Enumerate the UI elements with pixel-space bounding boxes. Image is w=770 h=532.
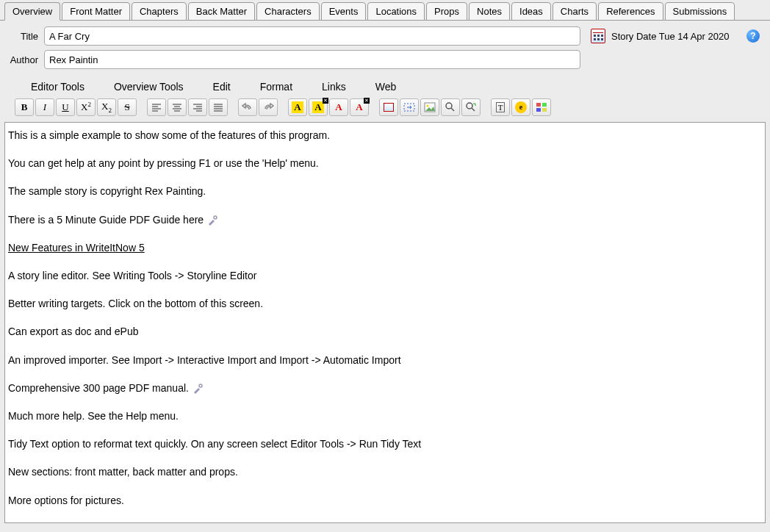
body-heading: New Features in WriteItNow 5 (8, 241, 762, 254)
svg-rect-23 (536, 103, 541, 107)
body-paragraph: Tidy Text option to reformat text quickl… (8, 437, 762, 450)
svg-point-27 (214, 216, 217, 219)
menu-edit[interactable]: Edit (213, 81, 231, 93)
tab-notes[interactable]: Notes (469, 2, 510, 21)
menu-format[interactable]: Format (260, 81, 292, 93)
redo-button[interactable] (259, 98, 278, 116)
tab-chapters[interactable]: Chapters (132, 2, 187, 21)
underline-button[interactable]: U (56, 98, 75, 116)
story-date-text: Story Date Tue 14 Apr 2020 (611, 31, 729, 42)
menu-overview-tools[interactable]: Overview Tools (114, 81, 184, 93)
color-palette-button[interactable] (532, 98, 551, 116)
clear-text-color-button[interactable]: A✕ (350, 98, 369, 116)
undo-button[interactable] (238, 98, 257, 116)
tools-icon (206, 215, 218, 226)
insert-date-button[interactable] (379, 98, 398, 116)
tab-bar: Overview Front Matter Chapters Back Matt… (0, 0, 770, 20)
body-paragraph: Chapter and scene summaries. Select a sc… (8, 522, 762, 523)
svg-rect-24 (542, 103, 547, 107)
help-icon[interactable]: ? (746, 29, 760, 43)
body-paragraph: This is a simple example to show some of… (8, 129, 762, 142)
body-paragraph: The sample story is copyright Rex Painti… (8, 184, 762, 198)
body-paragraph: An improved importer. See Import -> Inte… (8, 353, 762, 367)
body-paragraph: More options for pictures. (8, 494, 762, 507)
align-left-button[interactable] (147, 98, 166, 116)
tab-references[interactable]: References (598, 2, 663, 21)
title-input[interactable] (44, 26, 580, 46)
align-justify-button[interactable] (209, 98, 228, 116)
svg-point-19 (446, 103, 452, 109)
body-paragraph: A story line editor. See Writing Tools -… (8, 269, 762, 282)
highlight-button[interactable]: A (288, 98, 307, 116)
tab-characters[interactable]: Characters (256, 2, 320, 21)
body-paragraph: Can export as doc and ePub (8, 325, 762, 338)
tab-back-matter[interactable]: Back Matter (188, 2, 255, 21)
bold-button[interactable]: B (15, 98, 34, 116)
search-button[interactable] (441, 98, 460, 116)
tab-ideas[interactable]: Ideas (511, 2, 551, 21)
align-center-button[interactable] (168, 98, 187, 116)
title-label: Title (6, 31, 44, 42)
subscript-button[interactable]: X2 (97, 98, 116, 116)
body-paragraph: New sections: front matter, back matter … (8, 465, 762, 478)
svg-rect-26 (542, 108, 547, 112)
author-input[interactable] (44, 50, 580, 69)
author-label: Author (6, 54, 44, 65)
toolbar: B I U X2 X2 S A A✕ A (0, 97, 770, 119)
editor-area[interactable]: This is a simple example to show some of… (4, 122, 766, 523)
svg-point-21 (467, 103, 472, 109)
clear-highlight-button[interactable]: A✕ (309, 98, 328, 116)
find-replace-button[interactable] (461, 98, 481, 116)
italic-button[interactable]: I (35, 98, 54, 116)
tab-overview[interactable]: Overview (4, 2, 60, 21)
menu-links[interactable]: Links (322, 81, 346, 93)
menu-editor-tools[interactable]: Editor Tools (31, 81, 84, 93)
svg-line-22 (472, 108, 475, 111)
text-color-button[interactable]: A (329, 98, 348, 116)
insert-image-button[interactable] (420, 98, 439, 116)
superscript-button[interactable]: X2 (76, 98, 96, 116)
tab-submissions[interactable]: Submissions (665, 2, 735, 21)
tab-charts[interactable]: Charts (553, 2, 597, 21)
svg-point-18 (427, 105, 429, 107)
align-right-button[interactable] (188, 98, 207, 116)
insert-link-button[interactable] (400, 98, 419, 116)
svg-line-20 (451, 108, 454, 111)
tools-icon (192, 383, 204, 395)
tab-front-matter[interactable]: Front Matter (62, 2, 130, 21)
body-paragraph: You can get help at any point by pressin… (8, 157, 762, 170)
menu-bar: Editor Tools Overview Tools Edit Format … (0, 69, 770, 97)
tab-props[interactable]: Props (426, 2, 467, 21)
tab-locations[interactable]: Locations (367, 2, 425, 21)
tab-events[interactable]: Events (321, 2, 367, 21)
calendar-icon[interactable] (591, 29, 605, 43)
body-paragraph: There is a 5 Minute Guide PDF Guide here (8, 213, 762, 226)
menu-web[interactable]: Web (375, 81, 397, 93)
text-tool-button[interactable]: T (491, 98, 510, 116)
body-paragraph: Comprehensive 300 page PDF manual. (8, 381, 762, 395)
emoji-button[interactable]: e (511, 98, 530, 116)
body-paragraph: Much more help. See the Help menu. (8, 409, 762, 423)
strikethrough-button[interactable]: S (118, 98, 137, 116)
body-paragraph: Better writing targets. Click on the bot… (8, 297, 762, 310)
svg-rect-25 (536, 108, 541, 112)
svg-point-28 (199, 384, 202, 387)
